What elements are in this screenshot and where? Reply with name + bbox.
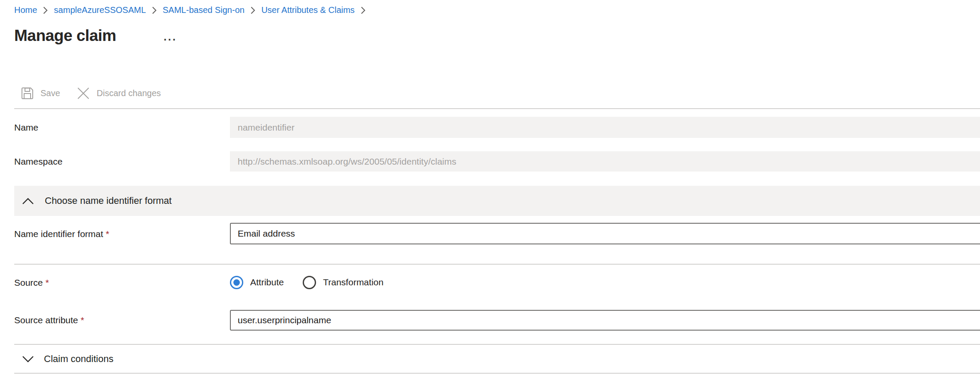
breadcrumb: Home sampleAzureSSOSAML SAML-based Sign-…	[14, 5, 366, 15]
breadcrumb-user-attributes-claims[interactable]: User Attributes & Claims	[261, 5, 355, 15]
manage-claim-page: Home sampleAzureSSOSAML SAML-based Sign-…	[0, 0, 980, 381]
radio-transformation-label[interactable]: Transformation	[323, 277, 383, 287]
divider	[14, 344, 980, 345]
required-asterisk: *	[81, 315, 84, 325]
chevron-right-icon	[361, 6, 366, 14]
namespace-field-label: Namespace	[14, 156, 62, 167]
toolbar-divider	[14, 108, 980, 109]
source-attribute-label: Source attribute*	[14, 315, 84, 325]
command-bar: Save Discard changes	[21, 84, 161, 102]
name-field-label: Name	[14, 122, 38, 133]
chevron-down-icon	[22, 356, 34, 363]
save-icon	[21, 87, 34, 100]
page-title: Manage claim	[14, 27, 116, 45]
discard-changes-label: Discard changes	[97, 88, 161, 98]
save-button[interactable]: Save	[21, 87, 60, 100]
name-input	[230, 117, 980, 138]
radio-transformation[interactable]	[303, 276, 316, 289]
radio-attribute-label[interactable]: Attribute	[250, 277, 284, 287]
chevron-up-icon	[22, 197, 34, 205]
section-title: Choose name identifier format	[45, 195, 172, 206]
radio-dot	[233, 279, 240, 286]
source-radio-group: Attribute Transformation	[230, 275, 384, 290]
chevron-right-icon	[152, 6, 157, 14]
divider	[14, 264, 980, 265]
required-asterisk: *	[106, 229, 109, 239]
name-identifier-format-label: Name identifier format*	[14, 229, 109, 239]
breadcrumb-app[interactable]: sampleAzureSSOSAML	[54, 5, 146, 15]
more-commands-button[interactable]: ···	[164, 34, 177, 45]
section-claim-conditions[interactable]: Claim conditions	[14, 345, 980, 373]
breadcrumb-home[interactable]: Home	[14, 5, 37, 15]
close-icon	[77, 87, 90, 100]
section-choose-name-identifier-format[interactable]: Choose name identifier format	[14, 186, 980, 216]
name-identifier-format-dropdown[interactable]: Email address	[230, 223, 980, 244]
save-button-label: Save	[40, 88, 60, 98]
source-label: Source*	[14, 278, 49, 288]
divider	[14, 373, 980, 374]
section-title: Claim conditions	[44, 353, 113, 365]
radio-attribute[interactable]	[230, 276, 243, 289]
namespace-input	[230, 151, 980, 172]
required-asterisk: *	[46, 278, 49, 287]
source-attribute-input[interactable]	[230, 310, 980, 331]
chevron-right-icon	[251, 6, 255, 14]
discard-changes-button[interactable]: Discard changes	[77, 87, 161, 100]
chevron-right-icon	[43, 6, 48, 14]
breadcrumb-saml-signon[interactable]: SAML-based Sign-on	[163, 5, 245, 15]
